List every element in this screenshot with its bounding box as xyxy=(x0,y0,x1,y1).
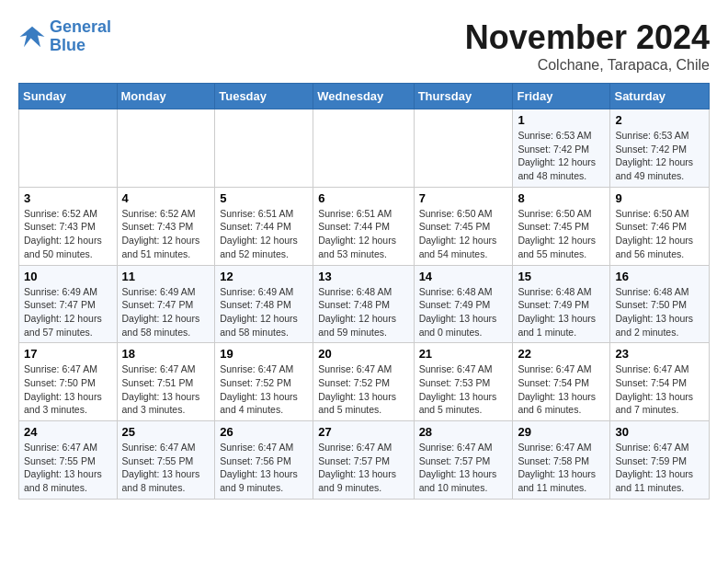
day-info: Sunrise: 6:48 AM Sunset: 7:48 PM Dayligh… xyxy=(318,285,408,339)
day-number: 30 xyxy=(615,425,704,439)
calendar-cell: 14Sunrise: 6:48 AM Sunset: 7:49 PM Dayli… xyxy=(414,265,513,343)
calendar-cell: 22Sunrise: 6:47 AM Sunset: 7:54 PM Dayli… xyxy=(513,343,610,421)
calendar-cell: 9Sunrise: 6:50 AM Sunset: 7:46 PM Daylig… xyxy=(610,187,710,265)
day-number: 8 xyxy=(518,191,605,205)
day-info: Sunrise: 6:50 AM Sunset: 7:45 PM Dayligh… xyxy=(419,207,508,261)
calendar-cell: 6Sunrise: 6:51 AM Sunset: 7:44 PM Daylig… xyxy=(313,187,414,265)
calendar-week-row: 3Sunrise: 6:52 AM Sunset: 7:43 PM Daylig… xyxy=(19,187,710,265)
calendar-cell: 25Sunrise: 6:47 AM Sunset: 7:55 PM Dayli… xyxy=(117,421,215,500)
day-number: 3 xyxy=(24,191,112,205)
page-header: General Blue November 2024 Colchane, Tar… xyxy=(18,18,710,74)
day-number: 6 xyxy=(318,191,408,205)
calendar-cell: 27Sunrise: 6:47 AM Sunset: 7:57 PM Dayli… xyxy=(313,421,414,500)
day-number: 29 xyxy=(518,425,605,439)
calendar-cell: 21Sunrise: 6:47 AM Sunset: 7:53 PM Dayli… xyxy=(414,343,513,421)
day-info: Sunrise: 6:53 AM Sunset: 7:42 PM Dayligh… xyxy=(615,129,704,183)
day-info: Sunrise: 6:47 AM Sunset: 7:55 PM Dayligh… xyxy=(24,441,112,495)
calendar-cell: 18Sunrise: 6:47 AM Sunset: 7:51 PM Dayli… xyxy=(117,343,215,421)
day-number: 13 xyxy=(318,270,408,283)
calendar-cell: 28Sunrise: 6:47 AM Sunset: 7:57 PM Dayli… xyxy=(414,421,513,500)
day-info: Sunrise: 6:47 AM Sunset: 7:55 PM Dayligh… xyxy=(122,441,210,495)
day-info: Sunrise: 6:52 AM Sunset: 7:43 PM Dayligh… xyxy=(24,207,112,261)
calendar-cell: 13Sunrise: 6:48 AM Sunset: 7:48 PM Dayli… xyxy=(313,265,414,343)
day-number: 9 xyxy=(615,191,704,205)
day-info: Sunrise: 6:47 AM Sunset: 7:59 PM Dayligh… xyxy=(615,441,704,495)
column-header-tuesday: Tuesday xyxy=(215,84,313,109)
day-info: Sunrise: 6:47 AM Sunset: 7:51 PM Dayligh… xyxy=(122,362,210,417)
day-number: 4 xyxy=(122,191,210,205)
day-info: Sunrise: 6:47 AM Sunset: 7:58 PM Dayligh… xyxy=(518,441,605,495)
calendar-cell: 30Sunrise: 6:47 AM Sunset: 7:59 PM Dayli… xyxy=(610,421,710,500)
logo: General Blue xyxy=(18,18,111,55)
calendar-cell: 12Sunrise: 6:49 AM Sunset: 7:48 PM Dayli… xyxy=(215,265,313,343)
day-number: 2 xyxy=(615,113,704,127)
svg-marker-0 xyxy=(20,27,45,48)
day-number: 18 xyxy=(122,347,210,361)
column-header-wednesday: Wednesday xyxy=(313,84,414,109)
column-header-monday: Monday xyxy=(117,84,215,109)
calendar-cell: 7Sunrise: 6:50 AM Sunset: 7:45 PM Daylig… xyxy=(414,187,513,265)
day-number: 28 xyxy=(419,425,508,439)
calendar-cell: 23Sunrise: 6:47 AM Sunset: 7:54 PM Dayli… xyxy=(610,343,710,421)
calendar-cell: 10Sunrise: 6:49 AM Sunset: 7:47 PM Dayli… xyxy=(19,265,118,343)
location: Colchane, Tarapaca, Chile xyxy=(465,57,710,74)
day-info: Sunrise: 6:51 AM Sunset: 7:44 PM Dayligh… xyxy=(220,207,308,261)
day-number: 24 xyxy=(24,425,112,439)
title-block: November 2024 Colchane, Tarapaca, Chile xyxy=(465,18,710,74)
calendar-table: SundayMondayTuesdayWednesdayThursdayFrid… xyxy=(18,83,710,500)
day-info: Sunrise: 6:52 AM Sunset: 7:43 PM Dayligh… xyxy=(122,207,210,261)
calendar-cell xyxy=(313,109,414,188)
day-info: Sunrise: 6:47 AM Sunset: 7:56 PM Dayligh… xyxy=(220,441,308,495)
day-number: 15 xyxy=(518,270,605,283)
day-info: Sunrise: 6:47 AM Sunset: 7:52 PM Dayligh… xyxy=(318,362,408,417)
day-number: 16 xyxy=(615,270,704,283)
day-number: 25 xyxy=(122,425,210,439)
day-number: 11 xyxy=(122,270,210,283)
column-header-sunday: Sunday xyxy=(19,84,118,109)
calendar-week-row: 1Sunrise: 6:53 AM Sunset: 7:42 PM Daylig… xyxy=(19,109,710,188)
day-number: 22 xyxy=(518,347,605,361)
day-info: Sunrise: 6:48 AM Sunset: 7:50 PM Dayligh… xyxy=(615,285,704,339)
calendar-cell: 11Sunrise: 6:49 AM Sunset: 7:47 PM Dayli… xyxy=(117,265,215,343)
calendar-week-row: 17Sunrise: 6:47 AM Sunset: 7:50 PM Dayli… xyxy=(19,343,710,421)
day-number: 20 xyxy=(318,347,408,361)
day-info: Sunrise: 6:47 AM Sunset: 7:57 PM Dayligh… xyxy=(419,441,508,495)
day-info: Sunrise: 6:48 AM Sunset: 7:49 PM Dayligh… xyxy=(518,285,605,339)
calendar-cell: 26Sunrise: 6:47 AM Sunset: 7:56 PM Dayli… xyxy=(215,421,313,500)
calendar-cell: 5Sunrise: 6:51 AM Sunset: 7:44 PM Daylig… xyxy=(215,187,313,265)
day-number: 27 xyxy=(318,425,408,439)
calendar-week-row: 10Sunrise: 6:49 AM Sunset: 7:47 PM Dayli… xyxy=(19,265,710,343)
calendar-cell xyxy=(19,109,118,188)
month-title: November 2024 xyxy=(465,18,710,57)
calendar-cell: 29Sunrise: 6:47 AM Sunset: 7:58 PM Dayli… xyxy=(513,421,610,500)
logo-icon xyxy=(18,23,46,51)
day-info: Sunrise: 6:47 AM Sunset: 7:53 PM Dayligh… xyxy=(419,362,508,417)
calendar-cell xyxy=(215,109,313,188)
day-info: Sunrise: 6:50 AM Sunset: 7:46 PM Dayligh… xyxy=(615,207,704,261)
day-info: Sunrise: 6:48 AM Sunset: 7:49 PM Dayligh… xyxy=(419,285,508,339)
day-info: Sunrise: 6:50 AM Sunset: 7:45 PM Dayligh… xyxy=(518,207,605,261)
calendar-cell: 2Sunrise: 6:53 AM Sunset: 7:42 PM Daylig… xyxy=(610,109,710,188)
day-number: 5 xyxy=(220,191,308,205)
calendar-cell: 16Sunrise: 6:48 AM Sunset: 7:50 PM Dayli… xyxy=(610,265,710,343)
calendar-cell xyxy=(117,109,215,188)
day-info: Sunrise: 6:49 AM Sunset: 7:47 PM Dayligh… xyxy=(24,285,112,339)
calendar-cell: 1Sunrise: 6:53 AM Sunset: 7:42 PM Daylig… xyxy=(513,109,610,188)
calendar-cell: 8Sunrise: 6:50 AM Sunset: 7:45 PM Daylig… xyxy=(513,187,610,265)
day-info: Sunrise: 6:47 AM Sunset: 7:54 PM Dayligh… xyxy=(518,362,605,417)
calendar-cell: 20Sunrise: 6:47 AM Sunset: 7:52 PM Dayli… xyxy=(313,343,414,421)
calendar-cell: 4Sunrise: 6:52 AM Sunset: 7:43 PM Daylig… xyxy=(117,187,215,265)
calendar-cell: 17Sunrise: 6:47 AM Sunset: 7:50 PM Dayli… xyxy=(19,343,118,421)
calendar-cell: 15Sunrise: 6:48 AM Sunset: 7:49 PM Dayli… xyxy=(513,265,610,343)
day-number: 7 xyxy=(419,191,508,205)
calendar-header-row: SundayMondayTuesdayWednesdayThursdayFrid… xyxy=(19,84,710,109)
column-header-thursday: Thursday xyxy=(414,84,513,109)
day-info: Sunrise: 6:47 AM Sunset: 7:50 PM Dayligh… xyxy=(24,362,112,417)
logo-text: General Blue xyxy=(50,18,111,55)
day-number: 12 xyxy=(220,270,308,283)
column-header-friday: Friday xyxy=(513,84,610,109)
calendar-cell xyxy=(414,109,513,188)
day-number: 26 xyxy=(220,425,308,439)
day-info: Sunrise: 6:49 AM Sunset: 7:48 PM Dayligh… xyxy=(220,285,308,339)
calendar-cell: 19Sunrise: 6:47 AM Sunset: 7:52 PM Dayli… xyxy=(215,343,313,421)
